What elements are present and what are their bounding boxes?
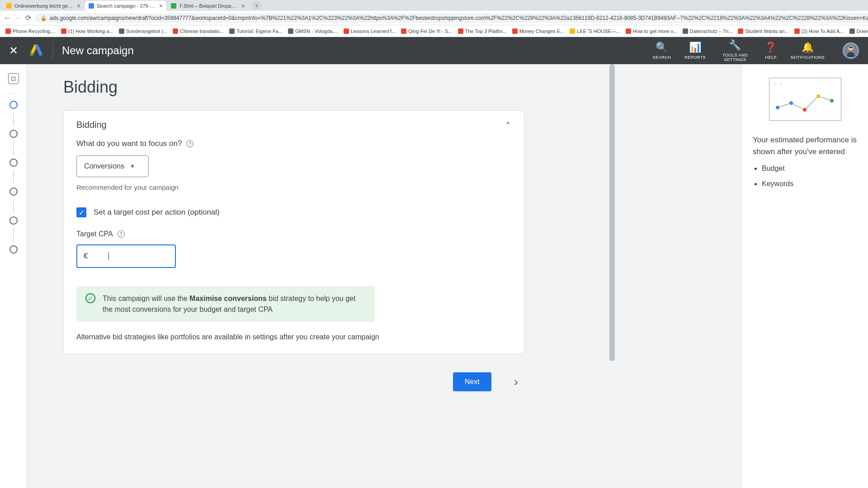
target-cpa-label: Target CPA ? bbox=[76, 230, 511, 238]
bookmark-item[interactable]: Money Changes E... bbox=[510, 28, 566, 35]
focus-dropdown[interactable]: Conversions ▼ bbox=[76, 155, 149, 177]
close-icon[interactable]: ✕ bbox=[9, 44, 18, 57]
text-cursor bbox=[108, 252, 109, 260]
browser-tab[interactable]: Onlinewerbung leicht gemach × bbox=[3, 1, 84, 11]
bookmark-favicon-icon bbox=[683, 28, 688, 34]
check-circle-icon: ✓ bbox=[85, 293, 95, 303]
svg-point-7 bbox=[830, 99, 834, 103]
search-button[interactable]: 🔍 SEARCH bbox=[653, 42, 671, 60]
bookmark-item[interactable]: Phone Recycling,... bbox=[4, 28, 57, 35]
bookmark-favicon-icon bbox=[344, 28, 349, 34]
help-icon[interactable]: ? bbox=[186, 140, 193, 147]
step-item[interactable] bbox=[9, 130, 18, 138]
close-icon[interactable]: × bbox=[159, 2, 163, 9]
favicon-icon bbox=[89, 3, 94, 9]
step-item[interactable] bbox=[9, 159, 18, 167]
step-connector bbox=[13, 199, 14, 213]
alternative-text: Alternative bid strategies like portfoli… bbox=[76, 333, 511, 341]
scrollbar[interactable] bbox=[609, 64, 615, 488]
tab-title: Search campaign - 279-560- bbox=[97, 3, 156, 9]
bookmark-favicon-icon bbox=[61, 28, 66, 34]
tab-title: Onlinewerbung leicht gemach bbox=[14, 3, 74, 9]
help-icon[interactable]: ? bbox=[118, 230, 125, 238]
content-area: Bidding Bidding ⌃ What do you want to fo… bbox=[27, 64, 741, 488]
bookmark-item[interactable]: How to get more v... bbox=[624, 28, 679, 35]
page-title: New campaign bbox=[62, 44, 653, 57]
recommendation-text: Recommended for your campaign bbox=[76, 183, 511, 191]
bookmark-item[interactable]: Lessons Learned f... bbox=[342, 28, 398, 35]
stepper-nav: ⊡ bbox=[0, 64, 27, 488]
bookmark-favicon-icon bbox=[626, 28, 631, 34]
bookmark-favicon-icon bbox=[794, 28, 800, 34]
bidding-card: Bidding ⌃ What do you want to focus on? … bbox=[63, 110, 524, 354]
close-icon[interactable]: × bbox=[241, 2, 245, 9]
bookmark-item[interactable]: Student Wants an... bbox=[736, 28, 790, 35]
back-icon[interactable]: ← bbox=[4, 14, 11, 22]
bookmark-favicon-icon bbox=[458, 28, 463, 34]
step-item[interactable] bbox=[9, 245, 18, 253]
forward-arrow-icon[interactable]: › bbox=[514, 375, 518, 389]
bookmark-favicon-icon bbox=[512, 28, 518, 34]
bookmark-item[interactable]: Chinese translatio... bbox=[171, 28, 226, 35]
bookmark-item[interactable]: Download - Cooki... bbox=[848, 28, 868, 35]
avatar[interactable] bbox=[843, 42, 859, 59]
next-button[interactable]: Next bbox=[453, 372, 491, 391]
svg-point-4 bbox=[789, 101, 793, 105]
reports-button[interactable]: 📊 REPORTS bbox=[684, 42, 706, 60]
bookmark-favicon-icon bbox=[570, 28, 575, 34]
reload-icon[interactable]: ⟳ bbox=[25, 14, 31, 22]
overview-icon[interactable]: ⊡ bbox=[8, 73, 19, 84]
notifications-button[interactable]: 🔔 NOTIFICATIONS bbox=[791, 42, 825, 60]
card-title: Bidding bbox=[76, 120, 107, 130]
step-item[interactable] bbox=[9, 188, 18, 196]
svg-point-6 bbox=[816, 94, 820, 98]
target-cpa-checkbox[interactable]: ✓ bbox=[76, 207, 86, 217]
strategy-banner: ✓ This campaign will use the Maximise co… bbox=[76, 286, 375, 322]
favicon-icon bbox=[6, 3, 12, 9]
help-icon: ❓ bbox=[764, 42, 777, 53]
tab-title: T-Shirt – Beispiel Dropshippin bbox=[179, 3, 239, 9]
bookmark-favicon-icon bbox=[738, 28, 743, 34]
chevron-down-icon: ▼ bbox=[130, 163, 135, 169]
target-cpa-checkbox-row: ✓ Set a target cost per action (optional… bbox=[76, 207, 511, 217]
bookmark-item[interactable]: (1) How Working a... bbox=[59, 28, 115, 35]
list-item: Keywords bbox=[762, 180, 857, 188]
bookmark-item[interactable]: (2) How To Add A... bbox=[793, 28, 846, 35]
performance-list: Budget Keywords bbox=[753, 164, 857, 188]
bookmarks-bar: Phone Recycling,...(1) How Working a...S… bbox=[0, 25, 868, 37]
new-tab-button[interactable]: + bbox=[252, 1, 261, 10]
bookmark-favicon-icon bbox=[229, 28, 235, 34]
bell-icon: 🔔 bbox=[802, 42, 814, 53]
bookmark-item[interactable]: The Top 3 Platfor... bbox=[456, 28, 509, 35]
bookmark-favicon-icon bbox=[173, 28, 178, 34]
browser-tab-active[interactable]: Search campaign - 279-560- × bbox=[85, 1, 166, 11]
card-header[interactable]: Bidding ⌃ bbox=[64, 111, 524, 139]
close-icon[interactable]: × bbox=[77, 2, 80, 9]
step-bidding[interactable] bbox=[9, 101, 18, 109]
url-field[interactable]: 🔒 ads.google.com/aw/campaigns/new/draft?… bbox=[35, 13, 868, 23]
target-cpa-input[interactable]: € bbox=[76, 244, 176, 268]
search-icon: 🔍 bbox=[656, 42, 668, 53]
google-ads-logo-icon bbox=[29, 43, 43, 58]
bookmark-item[interactable]: Datenschutz – Tri... bbox=[681, 28, 735, 35]
forward-icon[interactable]: → bbox=[14, 14, 22, 22]
bookmark-item[interactable]: Tutorial: Eigene Fa... bbox=[227, 28, 284, 35]
divider bbox=[9, 93, 18, 94]
bookmark-favicon-icon bbox=[849, 28, 855, 34]
browser-tab[interactable]: T-Shirt – Beispiel Dropshippin × bbox=[167, 1, 249, 11]
svg-point-0 bbox=[30, 53, 33, 56]
performance-intro: Your estimated performance is shown afte… bbox=[753, 134, 857, 157]
bookmark-item[interactable]: GMSN - Vologda,... bbox=[286, 28, 340, 35]
svg-point-3 bbox=[776, 106, 779, 109]
help-button[interactable]: ❓ HELP bbox=[764, 42, 777, 60]
bookmark-item[interactable]: Sonderangebot (... bbox=[117, 28, 169, 35]
performance-panel: ○ ○ Your estimated performance is shown … bbox=[741, 64, 868, 488]
footer-actions: Next › bbox=[63, 372, 524, 391]
step-item[interactable] bbox=[9, 216, 18, 225]
bookmark-item[interactable]: LEE 'S HOUSE—... bbox=[568, 28, 622, 35]
bookmark-favicon-icon bbox=[401, 28, 406, 34]
tools-button[interactable]: 🔧 TOOLS AND SETTINGS bbox=[719, 39, 751, 62]
bookmark-item[interactable]: Qing Fei De Yi - S... bbox=[399, 28, 454, 35]
bookmark-favicon-icon bbox=[5, 28, 11, 34]
app-header: ✕ New campaign 🔍 SEARCH 📊 REPORTS 🔧 TOOL… bbox=[0, 37, 868, 64]
